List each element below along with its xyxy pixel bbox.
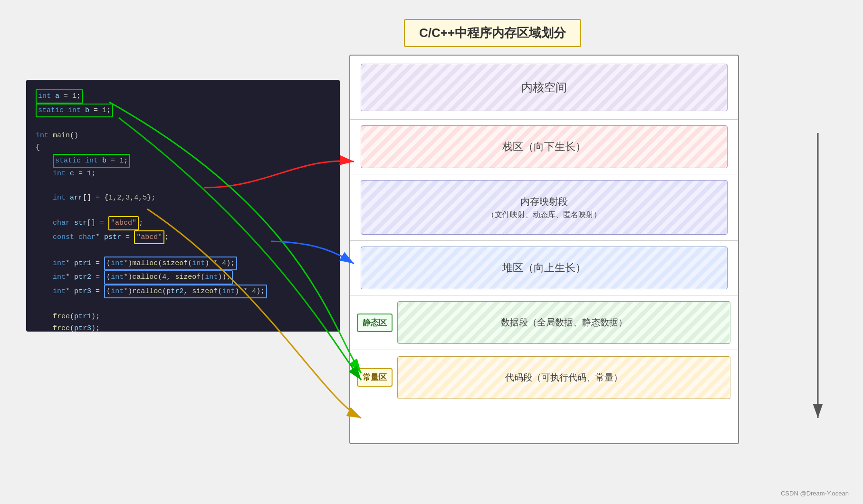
mmap-label2: （文件映射、动态库、匿名映射） (487, 210, 601, 220)
code-line-1: int a = 1; (36, 89, 330, 104)
code-line-brace1: { (36, 142, 330, 154)
pstr-literal-box: "abcd" (134, 230, 164, 245)
mem-row-heap: 堆区（向上生长） (350, 241, 738, 295)
code-line-blank4 (36, 244, 330, 257)
code-line-c: int c = 1; (36, 168, 330, 180)
code-line-str: char str[] = "abcd"; (36, 216, 330, 230)
mem-row-stack: 栈区（向下生长） (350, 120, 738, 174)
const-zone-label: 常量区 (357, 368, 393, 387)
mmap-label1: 内存映射段 (520, 195, 568, 208)
direction-arrow (811, 128, 825, 423)
code-label: 代码段（可执行代码、常量） (505, 371, 623, 384)
mmap-box: 内存映射段 （文件映射、动态库、匿名映射） (361, 180, 728, 235)
code-line-ptr2: int* ptr2 = (int*)calloc(4, sizeof(int))… (36, 270, 330, 285)
heap-label: 堆区（向上生长） (502, 261, 586, 275)
code-box: 代码段（可执行代码、常量） (397, 356, 730, 399)
global-a-box: int a = 1; (36, 89, 83, 104)
str-literal-box: "abcd" (108, 216, 139, 230)
global-b-box: static int b = 1; (36, 104, 113, 118)
data-box: 数据段（全局数据、静态数据） (397, 301, 730, 344)
local-static-b-box: static int b = 1; (53, 154, 130, 168)
code-line-main: int main() (36, 130, 330, 142)
stack-label: 栈区（向下生长） (502, 140, 586, 154)
title-text: C/C++中程序内存区域划分 (419, 26, 566, 40)
code-panel: int a = 1; static int b = 1; int main() … (26, 80, 340, 332)
realloc-box: (int*)realloc(ptr2, sizeof(int) * 4); (104, 285, 267, 299)
code-line-static-b: static int b = 1; (36, 154, 330, 168)
memory-panel: 内核空间 栈区（向下生长） 内存映射段 （文件映射、动态库、匿名映射） 堆区（向… (349, 55, 739, 444)
code-line-blank1 (36, 117, 330, 130)
kernel-box: 内核空间 (361, 64, 728, 111)
malloc-box: (int*)malloc(sizeof(int) * 4); (104, 257, 237, 271)
mem-row-code: 常量区 代码段（可执行代码、常量） (350, 350, 738, 405)
code-line-arr: int arr[] = {1,2,3,4,5}; (36, 192, 330, 204)
mem-row-data: 静态区 数据段（全局数据、静态数据） (350, 295, 738, 350)
code-line-pstr: const char* pstr = "abcd"; (36, 230, 330, 245)
mem-row-kernel: 内核空间 (350, 56, 738, 120)
heap-box: 堆区（向上生长） (361, 247, 728, 289)
calloc-box: (int*)calloc(4, sizeof(int)); (104, 270, 233, 285)
code-line-free3: free(ptr3); (36, 323, 330, 332)
main-container: C/C++中程序内存区域划分 int a = 1; static int b =… (0, 0, 863, 504)
code-line-blank2 (36, 180, 330, 192)
title-box: C/C++中程序内存区域划分 (404, 19, 581, 47)
code-line-free1: free(ptr1); (36, 311, 330, 323)
kernel-label: 内核空间 (521, 80, 567, 95)
code-line-ptr1: int* ptr1 = (int*)malloc(sizeof(int) * 4… (36, 257, 330, 271)
data-label: 数据段（全局数据、静态数据） (501, 316, 627, 329)
code-line-2: static int b = 1; (36, 104, 330, 118)
code-line-ptr3: int* ptr3 = (int*)realloc(ptr2, sizeof(i… (36, 285, 330, 299)
code-line-blank3 (36, 204, 330, 217)
watermark: CSDN @Dream-Y.ocean (781, 490, 849, 497)
stack-box: 栈区（向下生长） (361, 125, 728, 168)
mem-row-mmap: 内存映射段 （文件映射、动态库、匿名映射） (350, 174, 738, 241)
static-zone-label: 静态区 (357, 314, 393, 332)
code-line-blank5 (36, 298, 330, 311)
